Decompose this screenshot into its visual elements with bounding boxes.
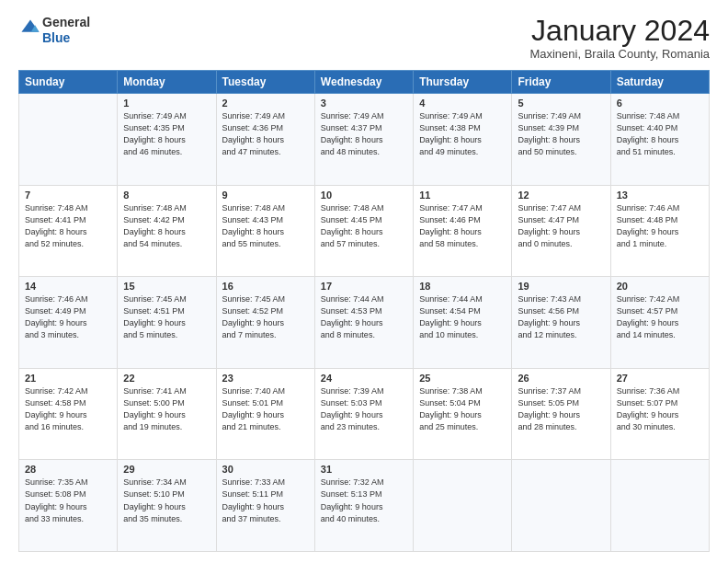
- day-number: 28: [25, 464, 111, 475]
- day-number: 19: [518, 281, 604, 292]
- calendar-cell: 26Sunrise: 7:37 AM Sunset: 5:05 PM Dayli…: [512, 368, 610, 460]
- calendar-cell: 20Sunrise: 7:42 AM Sunset: 4:57 PM Dayli…: [610, 277, 709, 369]
- logo: General Blue: [18, 15, 90, 46]
- calendar-cell: 16Sunrise: 7:45 AM Sunset: 4:52 PM Dayli…: [216, 277, 314, 369]
- calendar-cell: 25Sunrise: 7:38 AM Sunset: 5:04 PM Dayli…: [414, 368, 512, 460]
- day-info: Sunrise: 7:49 AM Sunset: 4:35 PM Dayligh…: [123, 110, 210, 158]
- calendar-cell: 5Sunrise: 7:49 AM Sunset: 4:39 PM Daylig…: [512, 94, 610, 186]
- day-info: Sunrise: 7:48 AM Sunset: 4:43 PM Dayligh…: [222, 202, 309, 250]
- day-number: 31: [321, 464, 407, 475]
- day-number: 15: [123, 281, 210, 292]
- day-info: Sunrise: 7:45 AM Sunset: 4:51 PM Dayligh…: [123, 293, 210, 341]
- day-number: 11: [419, 190, 506, 201]
- day-number: 12: [518, 190, 604, 201]
- day-info: Sunrise: 7:41 AM Sunset: 5:00 PM Dayligh…: [123, 385, 210, 433]
- calendar-cell: 19Sunrise: 7:43 AM Sunset: 4:56 PM Dayli…: [512, 277, 610, 369]
- day-info: Sunrise: 7:49 AM Sunset: 4:37 PM Dayligh…: [321, 110, 407, 158]
- day-number: 16: [222, 281, 309, 292]
- calendar-cell: 11Sunrise: 7:47 AM Sunset: 4:46 PM Dayli…: [414, 185, 512, 277]
- logo-icon: [20, 18, 40, 39]
- calendar-cell: 14Sunrise: 7:46 AM Sunset: 4:49 PM Dayli…: [19, 277, 118, 369]
- weekday-header-thursday: Thursday: [414, 71, 512, 94]
- day-number: 9: [222, 190, 309, 201]
- calendar-week-3: 14Sunrise: 7:46 AM Sunset: 4:49 PM Dayli…: [19, 277, 710, 369]
- calendar-cell: 13Sunrise: 7:46 AM Sunset: 4:48 PM Dayli…: [610, 185, 709, 277]
- day-number: 27: [617, 373, 703, 384]
- day-info: Sunrise: 7:35 AM Sunset: 5:08 PM Dayligh…: [25, 477, 111, 524]
- day-info: Sunrise: 7:46 AM Sunset: 4:48 PM Dayligh…: [617, 202, 703, 250]
- day-number: 5: [518, 98, 604, 109]
- calendar-cell: 23Sunrise: 7:40 AM Sunset: 5:01 PM Dayli…: [216, 368, 314, 460]
- day-info: Sunrise: 7:40 AM Sunset: 5:01 PM Dayligh…: [222, 385, 309, 433]
- calendar-cell: 28Sunrise: 7:35 AM Sunset: 5:08 PM Dayli…: [19, 460, 118, 552]
- day-info: Sunrise: 7:49 AM Sunset: 4:36 PM Dayligh…: [222, 110, 309, 158]
- month-title: January 2024: [529, 15, 710, 47]
- calendar-cell: 29Sunrise: 7:34 AM Sunset: 5:10 PM Dayli…: [118, 460, 216, 552]
- day-info: Sunrise: 7:39 AM Sunset: 5:03 PM Dayligh…: [321, 385, 407, 433]
- day-number: 26: [518, 373, 604, 384]
- day-info: Sunrise: 7:48 AM Sunset: 4:40 PM Dayligh…: [617, 110, 703, 158]
- day-info: Sunrise: 7:44 AM Sunset: 4:53 PM Dayligh…: [321, 293, 407, 341]
- day-number: 10: [321, 190, 407, 201]
- day-number: 3: [321, 98, 407, 109]
- logo-general: General: [42, 15, 90, 29]
- calendar-cell: 3Sunrise: 7:49 AM Sunset: 4:37 PM Daylig…: [314, 94, 413, 186]
- day-number: 24: [321, 373, 407, 384]
- day-info: Sunrise: 7:36 AM Sunset: 5:07 PM Dayligh…: [617, 385, 703, 433]
- day-number: 7: [25, 190, 111, 201]
- day-number: 20: [617, 281, 703, 292]
- day-info: Sunrise: 7:38 AM Sunset: 5:04 PM Dayligh…: [419, 385, 506, 433]
- calendar-cell: 30Sunrise: 7:33 AM Sunset: 5:11 PM Dayli…: [216, 460, 314, 552]
- calendar-cell: 1Sunrise: 7:49 AM Sunset: 4:35 PM Daylig…: [118, 94, 216, 186]
- day-info: Sunrise: 7:49 AM Sunset: 4:39 PM Dayligh…: [518, 110, 604, 158]
- calendar-cell: [610, 460, 709, 552]
- calendar-week-1: 1Sunrise: 7:49 AM Sunset: 4:35 PM Daylig…: [19, 94, 710, 186]
- day-number: 14: [25, 281, 111, 292]
- calendar-cell: 22Sunrise: 7:41 AM Sunset: 5:00 PM Dayli…: [118, 368, 216, 460]
- day-number: 25: [419, 373, 506, 384]
- day-info: Sunrise: 7:42 AM Sunset: 4:58 PM Dayligh…: [25, 385, 111, 433]
- day-number: 23: [222, 373, 309, 384]
- day-info: Sunrise: 7:46 AM Sunset: 4:49 PM Dayligh…: [25, 293, 111, 341]
- day-number: 2: [222, 98, 309, 109]
- day-number: 1: [123, 98, 210, 109]
- day-info: Sunrise: 7:48 AM Sunset: 4:45 PM Dayligh…: [321, 202, 407, 250]
- calendar-table: SundayMondayTuesdayWednesdayThursdayFrid…: [18, 70, 710, 552]
- location-subtitle: Maxineni, Braila County, Romania: [529, 47, 710, 61]
- day-number: 21: [25, 373, 111, 384]
- calendar-cell: 18Sunrise: 7:44 AM Sunset: 4:54 PM Dayli…: [414, 277, 512, 369]
- day-info: Sunrise: 7:34 AM Sunset: 5:10 PM Dayligh…: [123, 477, 210, 524]
- calendar-week-2: 7Sunrise: 7:48 AM Sunset: 4:41 PM Daylig…: [19, 185, 710, 277]
- weekday-header-wednesday: Wednesday: [314, 71, 413, 94]
- day-number: 18: [419, 281, 506, 292]
- day-number: 13: [617, 190, 703, 201]
- calendar-cell: 4Sunrise: 7:49 AM Sunset: 4:38 PM Daylig…: [414, 94, 512, 186]
- weekday-header-saturday: Saturday: [610, 71, 709, 94]
- calendar-week-4: 21Sunrise: 7:42 AM Sunset: 4:58 PM Dayli…: [19, 368, 710, 460]
- calendar-cell: [19, 94, 118, 186]
- day-info: Sunrise: 7:47 AM Sunset: 4:46 PM Dayligh…: [419, 202, 506, 250]
- day-info: Sunrise: 7:47 AM Sunset: 4:47 PM Dayligh…: [518, 202, 604, 250]
- weekday-header-tuesday: Tuesday: [216, 71, 314, 94]
- calendar-cell: 24Sunrise: 7:39 AM Sunset: 5:03 PM Dayli…: [314, 368, 413, 460]
- calendar-cell: 17Sunrise: 7:44 AM Sunset: 4:53 PM Dayli…: [314, 277, 413, 369]
- calendar-cell: 15Sunrise: 7:45 AM Sunset: 4:51 PM Dayli…: [118, 277, 216, 369]
- calendar-cell: 9Sunrise: 7:48 AM Sunset: 4:43 PM Daylig…: [216, 185, 314, 277]
- day-info: Sunrise: 7:43 AM Sunset: 4:56 PM Dayligh…: [518, 293, 604, 341]
- calendar-cell: 7Sunrise: 7:48 AM Sunset: 4:41 PM Daylig…: [19, 185, 118, 277]
- day-number: 22: [123, 373, 210, 384]
- day-info: Sunrise: 7:44 AM Sunset: 4:54 PM Dayligh…: [419, 293, 506, 341]
- logo-blue: Blue: [42, 30, 70, 45]
- title-area: January 2024 Maxineni, Braila County, Ro…: [529, 15, 710, 61]
- calendar-week-5: 28Sunrise: 7:35 AM Sunset: 5:08 PM Dayli…: [19, 460, 710, 552]
- day-info: Sunrise: 7:42 AM Sunset: 4:57 PM Dayligh…: [617, 293, 703, 341]
- calendar-cell: 12Sunrise: 7:47 AM Sunset: 4:47 PM Dayli…: [512, 185, 610, 277]
- weekday-header-sunday: Sunday: [19, 71, 118, 94]
- header: General Blue January 2024 Maxineni, Brai…: [18, 15, 710, 61]
- calendar-cell: 2Sunrise: 7:49 AM Sunset: 4:36 PM Daylig…: [216, 94, 314, 186]
- calendar-cell: 8Sunrise: 7:48 AM Sunset: 4:42 PM Daylig…: [118, 185, 216, 277]
- calendar-cell: 10Sunrise: 7:48 AM Sunset: 4:45 PM Dayli…: [314, 185, 413, 277]
- weekday-header-friday: Friday: [512, 71, 610, 94]
- day-info: Sunrise: 7:32 AM Sunset: 5:13 PM Dayligh…: [321, 477, 407, 524]
- day-info: Sunrise: 7:49 AM Sunset: 4:38 PM Dayligh…: [419, 110, 506, 158]
